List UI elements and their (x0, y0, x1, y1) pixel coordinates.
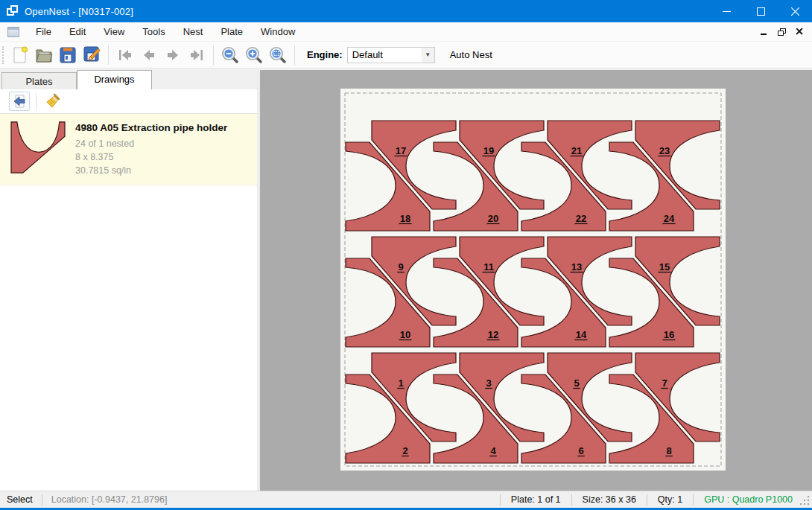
save-as-button[interactable] (80, 44, 104, 66)
first-plate-button[interactable] (113, 44, 137, 66)
mdi-minimize-icon[interactable] (761, 28, 767, 35)
tab-plates[interactable]: Plates (1, 72, 77, 89)
part-number-3: 3 (486, 377, 491, 389)
open-file-button[interactable] (32, 44, 56, 66)
part-number-13: 13 (571, 261, 582, 272)
part-number-19: 19 (483, 145, 494, 156)
previous-plate-button[interactable] (137, 44, 161, 66)
toolbar-grip[interactable] (2, 46, 8, 64)
mdi-document-icon[interactable] (7, 27, 19, 37)
part-number-2: 2 (402, 445, 407, 456)
tab-strip: Plates Drawings (0, 70, 257, 89)
clear-button[interactable] (42, 92, 63, 111)
back-arrow-icon (12, 94, 27, 109)
mdi-restore-icon[interactable] (778, 28, 786, 36)
part-number-22: 22 (576, 213, 586, 224)
menu-item-window[interactable]: Window (253, 23, 302, 40)
broom-icon (45, 93, 61, 109)
zoom-extents-icon (269, 46, 287, 64)
nav-previous-icon (142, 49, 156, 61)
drawing-area: 30.7815 sq/in (75, 164, 251, 177)
part-number-23: 23 (659, 145, 670, 156)
zoom-in-button[interactable] (242, 44, 266, 66)
new-file-button[interactable] (8, 44, 32, 66)
part-number-16: 16 (664, 329, 674, 340)
zoom-extents-button[interactable] (266, 44, 290, 66)
next-plate-button[interactable] (161, 44, 185, 66)
plate[interactable]: 182022241719212310121416911131524681357 (340, 89, 726, 471)
app-icon (7, 5, 19, 17)
drawing-list: 4980 A05 Extraction pipe holder 24 of 1 … (0, 114, 257, 491)
part-number-9: 9 (398, 261, 403, 272)
engine-label: Engine: (307, 49, 343, 60)
status-plate-size: Size: 36 x 36 (572, 494, 647, 505)
drawings-toolbar (0, 89, 257, 114)
save-edit-icon (83, 46, 101, 63)
mdi-close-icon[interactable] (796, 28, 803, 35)
close-button[interactable] (778, 0, 812, 22)
part-number-17: 17 (396, 145, 406, 156)
new-file-icon (12, 46, 28, 64)
nav-first-icon (118, 49, 133, 61)
plate-svg: 182022241719212310121416911131524681357 (340, 89, 726, 471)
part-thumbnail (10, 121, 75, 177)
part-number-12: 12 (488, 329, 498, 340)
status-bar: Select Location: [-0.9437, 21.8796] Plat… (0, 491, 812, 508)
drawing-title: 4980 A05 Extraction pipe holder (75, 122, 251, 133)
engine-select[interactable]: Default ▼ (347, 47, 435, 63)
zoom-in-icon (245, 46, 263, 64)
save-button[interactable] (56, 44, 80, 66)
drawing-nested-count: 24 of 1 nested (75, 137, 251, 150)
part-number-20: 20 (488, 213, 498, 224)
part-number-14: 14 (576, 329, 587, 340)
engine-selected-value: Default (348, 49, 422, 60)
open-folder-icon (35, 46, 53, 64)
menu-item-file[interactable]: File (28, 23, 59, 40)
menu-items: FileEditViewToolsNestPlateWindow (27, 23, 304, 40)
part-number-7: 7 (662, 377, 667, 389)
drawing-list-item[interactable]: 4980 A05 Extraction pipe holder 24 of 1 … (0, 114, 257, 185)
window-title: OpenNest - [N0317-002] (25, 6, 133, 17)
left-panel: Plates Drawings (0, 70, 260, 491)
last-plate-button[interactable] (185, 44, 209, 66)
menu-item-edit[interactable]: Edit (62, 23, 93, 40)
minimize-button[interactable] (709, 0, 743, 22)
drawing-dimensions: 8 x 8.375 (75, 150, 251, 164)
menu-item-plate[interactable]: Plate (213, 23, 250, 40)
tab-drawings[interactable]: Drawings (77, 70, 152, 89)
part-number-4: 4 (490, 445, 496, 456)
menu-item-nest[interactable]: Nest (176, 23, 211, 40)
part-number-18: 18 (400, 213, 410, 224)
return-button[interactable] (9, 92, 30, 111)
zoom-out-icon (221, 46, 239, 64)
status-location: Location: [-0.9437, 21.8796] (42, 494, 177, 505)
app-window: OpenNest - [N0317-002] FileEditViewTools… (0, 0, 812, 510)
auto-nest-button[interactable]: Auto Nest (444, 45, 498, 64)
save-icon (60, 47, 76, 63)
nav-next-icon (165, 49, 180, 61)
part-number-5: 5 (574, 377, 579, 389)
nest-canvas[interactable]: 182022241719212310121416911131524681357 (260, 70, 812, 491)
zoom-out-button[interactable] (218, 44, 242, 66)
part-number-8: 8 (666, 445, 671, 456)
menu-item-tools[interactable]: Tools (135, 23, 172, 40)
part-number-21: 21 (571, 145, 582, 156)
menu-item-view[interactable]: View (96, 23, 132, 40)
status-qty: Qty: 1 (647, 494, 693, 505)
resize-grip[interactable] (800, 494, 811, 508)
part-number-6: 6 (578, 445, 583, 456)
part-number-1: 1 (398, 377, 403, 389)
status-plate-count: Plate: 1 of 1 (501, 494, 571, 505)
part-number-11: 11 (483, 261, 494, 272)
part-number-10: 10 (400, 329, 410, 340)
menu-bar: FileEditViewToolsNestPlateWindow (0, 22, 812, 42)
status-mode: Select (0, 494, 42, 505)
nav-last-icon (189, 49, 204, 61)
maximize-button[interactable] (743, 0, 778, 22)
title-bar: OpenNest - [N0317-002] (0, 0, 812, 22)
part-number-15: 15 (659, 261, 670, 272)
part-number-24: 24 (664, 213, 675, 224)
status-gpu: GPU : Quadro P1000 (694, 494, 800, 505)
chevron-down-icon[interactable]: ▼ (422, 48, 434, 63)
main-toolbar: Engine: Default ▼ Auto Nest (0, 42, 812, 68)
